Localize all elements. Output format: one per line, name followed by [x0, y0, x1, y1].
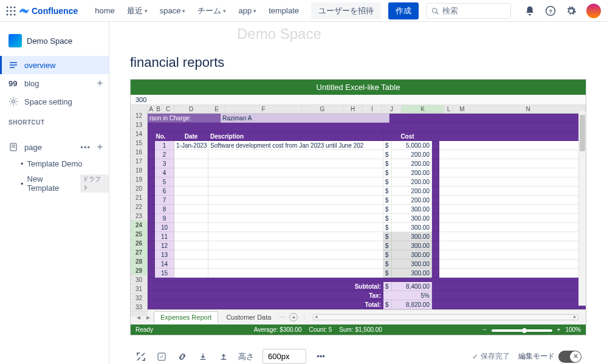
notifications-icon[interactable]: [524, 5, 535, 16]
table-row[interactable]: 8$300.00: [148, 205, 586, 214]
mode-toggle[interactable]: ✕: [558, 351, 581, 363]
table-row[interactable]: 3$200.00: [148, 159, 586, 168]
add-blog-icon[interactable]: +: [97, 78, 103, 89]
table-row[interactable]: 6$200.00: [148, 187, 586, 196]
table-row[interactable]: 14$300.00: [148, 259, 586, 269]
add-sheet-icon[interactable]: +: [289, 313, 298, 321]
sidebar-blog[interactable]: 99 blog +: [0, 74, 109, 92]
status-average: Average: $300.00: [254, 326, 302, 333]
settings-icon[interactable]: [566, 5, 577, 16]
excel-title: Untitled Excel-like Table: [131, 80, 586, 95]
sheet-tab-customer[interactable]: Customer Data: [219, 311, 278, 323]
invite-button[interactable]: ユーザーを招待: [311, 2, 381, 19]
gear-icon: [9, 97, 18, 106]
table-row[interactable]: 10$300.00: [148, 223, 586, 232]
sidebar-template-demo[interactable]: •Template Demo: [0, 156, 109, 171]
svg-text:?: ?: [549, 7, 552, 14]
column-headers[interactable]: A B C D E F G H I J K L M N: [131, 105, 586, 114]
sheet-tab-expenses[interactable]: Expenses Report: [154, 311, 218, 323]
user-avatar[interactable]: [586, 4, 601, 18]
nav-recent[interactable]: 最近▾: [122, 3, 153, 19]
row-header[interactable]: 28: [131, 257, 148, 266]
confluence-icon: [19, 6, 29, 16]
status-count: Count: 5: [309, 326, 332, 333]
row-header[interactable]: 20: [131, 184, 148, 193]
row-header[interactable]: 29: [131, 266, 148, 275]
row-header[interactable]: 16: [131, 148, 148, 157]
svg-line-10: [436, 12, 438, 14]
formula-bar[interactable]: 300: [131, 95, 586, 105]
zoom-out-icon[interactable]: −: [483, 326, 487, 333]
row-header[interactable]: 14: [131, 129, 148, 139]
upload-icon[interactable]: [218, 351, 230, 363]
sidebar-overview[interactable]: overview: [0, 56, 109, 74]
row-header[interactable]: 23: [131, 211, 148, 221]
excel-table[interactable]: Untitled Excel-like Table 300 A B C D E …: [130, 79, 586, 335]
close-icon: ✕: [570, 351, 581, 362]
table-row[interactable]: 7$200.00: [148, 196, 586, 205]
confluence-logo[interactable]: Confluence: [19, 6, 78, 16]
link-icon[interactable]: [176, 351, 188, 363]
horizontal-scrollbar[interactable]: ◂▸: [313, 314, 578, 320]
zoom-value: 100%: [565, 326, 581, 333]
row-header[interactable]: 25: [131, 230, 148, 239]
row-header[interactable]: 30: [131, 275, 148, 284]
svg-point-4: [10, 10, 12, 12]
row-header[interactable]: 33: [131, 303, 148, 312]
sidebar-page[interactable]: page ••• +: [0, 138, 109, 156]
svg-point-9: [433, 8, 437, 13]
sidebar-new-template[interactable]: •New Templateドラフト: [0, 171, 109, 196]
expand-icon[interactable]: [135, 351, 147, 363]
table-row[interactable]: 15$300.00: [148, 269, 586, 278]
edit-icon[interactable]: [156, 351, 168, 363]
table-row[interactable]: 11$300.00: [148, 232, 586, 241]
nav-home[interactable]: home: [90, 4, 120, 18]
row-header[interactable]: 13: [131, 120, 148, 129]
row-header[interactable]: 12: [131, 111, 148, 120]
table-row[interactable]: 5$200.00: [148, 177, 586, 187]
row-header[interactable]: 27: [131, 248, 148, 257]
more-icon[interactable]: •••: [315, 351, 327, 363]
vertical-scrollbar[interactable]: [578, 111, 586, 306]
page-icon: [9, 142, 18, 152]
row-header[interactable]: 18: [131, 166, 148, 175]
nav-template[interactable]: template: [264, 4, 304, 18]
zoom-slider[interactable]: [492, 329, 552, 332]
row-header[interactable]: 22: [131, 202, 148, 211]
row-header[interactable]: 31: [131, 284, 148, 294]
sidebar-settings[interactable]: Space setting: [0, 92, 109, 111]
row-header[interactable]: 26: [131, 239, 148, 248]
space-header[interactable]: Demo Space: [0, 29, 109, 56]
svg-point-3: [7, 10, 9, 12]
row-header[interactable]: 15: [131, 139, 148, 148]
nav-space[interactable]: space▾: [155, 4, 191, 18]
row-header[interactable]: 21: [131, 193, 148, 202]
table-row[interactable]: 11-Jan-2023Software development cost fro…: [148, 141, 586, 150]
zoom-in-icon[interactable]: +: [557, 326, 561, 333]
row-header[interactable]: 32: [131, 294, 148, 303]
nav-app[interactable]: app▾: [233, 4, 261, 18]
table-row[interactable]: 9$300.00: [148, 214, 586, 223]
table-row[interactable]: 4$200.00: [148, 168, 586, 177]
help-icon[interactable]: ?: [545, 5, 556, 16]
row-header[interactable]: 24: [131, 221, 148, 230]
height-label: 高さ: [238, 351, 254, 362]
table-row[interactable]: 12$300.00: [148, 241, 586, 250]
search-input[interactable]: 検索: [426, 3, 511, 19]
row-header[interactable]: 19: [131, 175, 148, 184]
draft-badge: ドラフト: [80, 174, 109, 193]
create-button[interactable]: 作成: [388, 2, 419, 19]
nav-team[interactable]: チーム▾: [193, 3, 231, 19]
add-page-icon[interactable]: +: [97, 142, 103, 153]
table-row[interactable]: 13$300.00: [148, 250, 586, 259]
row-header[interactable]: 17: [131, 157, 148, 166]
page-more-icon[interactable]: •••: [80, 143, 91, 152]
download-icon[interactable]: [197, 351, 209, 363]
sheet-tabbar: ◂ ▸ Expenses Report Customer Data ⋯ + ⋮ …: [131, 309, 586, 325]
apps-grid-icon[interactable]: [6, 6, 16, 16]
height-input[interactable]: [262, 349, 306, 364]
svg-point-8: [14, 13, 16, 15]
table-row[interactable]: 2$200.00: [148, 150, 586, 159]
status-ready: Ready: [135, 326, 153, 333]
shortcut-heading: SHORTCUT: [0, 111, 109, 129]
